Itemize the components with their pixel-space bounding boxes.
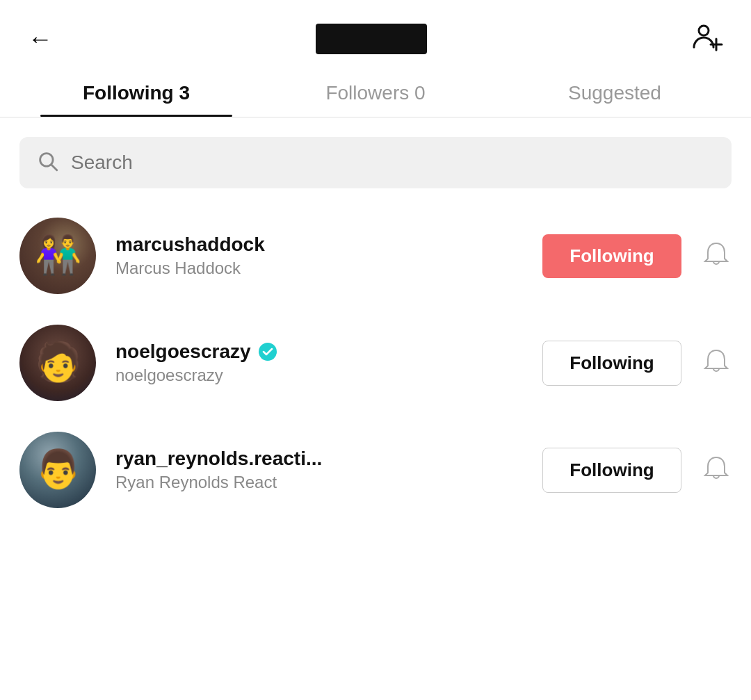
avatar[interactable] (19, 218, 96, 294)
avatar[interactable] (19, 325, 96, 401)
username[interactable]: ryan_reynolds.reacti... (115, 448, 322, 470)
username[interactable]: noelgoescrazy (115, 341, 251, 363)
tabs-bar: Following 3 Followers 0 Suggested (0, 72, 751, 117)
user-info: marcushaddock Marcus Haddock (115, 234, 542, 278)
tab-followers[interactable]: Followers 0 (256, 72, 495, 117)
user-info: noelgoescrazy noelgoescrazy (115, 341, 542, 385)
notification-bell-icon[interactable] (701, 346, 732, 380)
username-row: ryan_reynolds.reacti... (115, 448, 542, 470)
add-user-button[interactable] (690, 19, 723, 58)
svg-point-5 (259, 343, 277, 361)
back-button[interactable]: ← (28, 26, 53, 51)
title-block (316, 24, 427, 54)
following-button[interactable]: Following (542, 341, 681, 386)
tab-following[interactable]: Following 3 (17, 72, 256, 117)
svg-point-0 (699, 26, 709, 35)
tab-suggested[interactable]: Suggested (495, 72, 734, 117)
display-name: Ryan Reynolds React (115, 473, 542, 492)
notification-bell-icon[interactable] (701, 239, 732, 272)
search-bar (19, 137, 732, 188)
notification-bell-icon[interactable] (701, 453, 732, 487)
following-button[interactable]: Following (542, 234, 681, 278)
avatar[interactable] (19, 432, 96, 508)
user-row: marcushaddock Marcus Haddock Following (0, 202, 751, 309)
user-actions: Following (542, 234, 732, 278)
display-name: Marcus Haddock (115, 259, 542, 278)
verified-badge-icon (258, 342, 277, 361)
user-actions: Following (542, 341, 732, 386)
top-bar: ← (0, 0, 751, 72)
user-row: ryan_reynolds.reacti... Ryan Reynolds Re… (0, 416, 751, 523)
username[interactable]: marcushaddock (115, 234, 265, 256)
display-name: noelgoescrazy (115, 366, 542, 385)
user-row: noelgoescrazy noelgoescrazy Following (0, 309, 751, 416)
search-input[interactable] (71, 152, 715, 174)
user-actions: Following (542, 448, 732, 493)
user-list: marcushaddock Marcus Haddock Following n… (0, 195, 751, 530)
svg-line-4 (51, 165, 57, 170)
user-info: ryan_reynolds.reacti... Ryan Reynolds Re… (115, 448, 542, 492)
username-row: noelgoescrazy (115, 341, 542, 363)
username-row: marcushaddock (115, 234, 542, 256)
search-icon (36, 149, 60, 176)
following-button[interactable]: Following (542, 448, 681, 493)
